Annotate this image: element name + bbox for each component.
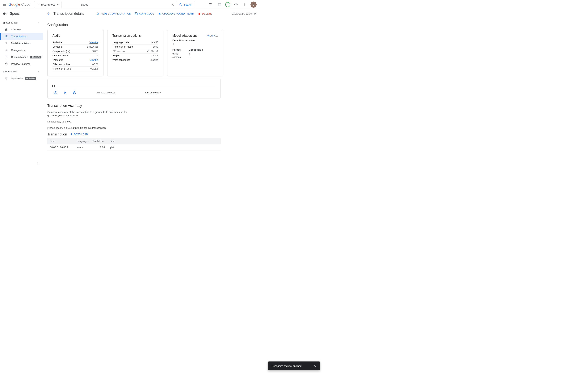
audio-track[interactable] bbox=[53, 84, 215, 88]
sidebar-item-synthesize[interactable]: Synthesize PREVIEW bbox=[0, 75, 43, 82]
adapt-row: daisy 5 bbox=[172, 52, 218, 55]
accuracy-none: No accuracy to show. bbox=[47, 120, 135, 123]
reuse-config-button[interactable]: REUSE CONFIGURATION bbox=[94, 9, 133, 18]
svg-text:5: 5 bbox=[55, 92, 56, 94]
custom-models-icon bbox=[4, 55, 8, 59]
cloud-shell-editor-icon[interactable] bbox=[208, 1, 214, 8]
svg-rect-17 bbox=[6, 77, 7, 80]
audio-card: Audio Audio fileView file EncodingLINEAR… bbox=[47, 30, 104, 76]
svg-point-14 bbox=[6, 56, 7, 57]
svg-rect-9 bbox=[6, 13, 7, 15]
view-audio-file-link[interactable]: View file bbox=[90, 41, 98, 44]
delete-button[interactable]: DELETE bbox=[196, 9, 214, 18]
default-boost-value: 4 bbox=[172, 43, 218, 45]
audio-card-title: Audio bbox=[52, 34, 98, 37]
upload-ground-truth-button[interactable]: UPLOAD GROUND TRUTH bbox=[156, 9, 196, 18]
copy-code-button[interactable]: COPY CODE bbox=[133, 9, 156, 18]
play-button[interactable] bbox=[63, 91, 67, 95]
options-card-title: Transcription options bbox=[112, 34, 158, 37]
topbar-right: 1 G bbox=[208, 1, 257, 8]
upload-icon bbox=[158, 12, 161, 15]
transcription-table: Time Language Confidence Text 00:00.0 - … bbox=[47, 138, 221, 151]
google-cloud-logo[interactable]: Google Cloud bbox=[8, 2, 30, 7]
search-bar: Search bbox=[79, 1, 195, 8]
notifications-badge[interactable]: 1 bbox=[225, 2, 230, 7]
back-button[interactable] bbox=[47, 12, 53, 16]
reuse-icon bbox=[96, 12, 99, 15]
sidebar-item-recognizers[interactable]: Recognizers bbox=[0, 47, 43, 54]
adaptations-card-title: Model adaptations bbox=[172, 34, 197, 37]
accuracy-desc: Compare accuracy of the transcription to… bbox=[47, 110, 135, 117]
forward-5-button[interactable]: 5 bbox=[72, 91, 77, 95]
svg-rect-10 bbox=[5, 42, 5, 43]
config-cards: Audio Audio fileView file EncodingLINEAR… bbox=[47, 30, 255, 76]
view-all-adaptations-link[interactable]: VIEW ALL bbox=[207, 35, 218, 37]
page-title: Transcription details bbox=[53, 12, 84, 16]
chevron-up-icon bbox=[36, 21, 40, 24]
page-bar: Transcription details REUSE CONFIGURATIO… bbox=[43, 9, 260, 18]
accuracy-heading: Transcription Accuracy bbox=[47, 104, 255, 108]
svg-rect-6 bbox=[3, 13, 4, 14]
search-icon bbox=[179, 3, 182, 6]
sidebar-item-preview-features[interactable]: Preview Features bbox=[0, 60, 43, 67]
home-icon bbox=[4, 28, 8, 31]
collapse-sidebar-icon[interactable] bbox=[35, 160, 41, 166]
sidebar-item-overview[interactable]: Overview bbox=[0, 26, 43, 33]
view-transcript-file-link[interactable]: View file bbox=[90, 59, 98, 61]
table-row: 00:00.0 - 00:00.4 en-us 0.96 plat bbox=[47, 144, 221, 151]
sidebar-product-header[interactable]: Speech bbox=[0, 9, 43, 18]
search-input[interactable] bbox=[79, 3, 169, 6]
svg-point-3 bbox=[245, 3, 245, 4]
trash-icon bbox=[198, 12, 201, 15]
cloud-shell-icon[interactable] bbox=[217, 1, 223, 8]
adaptations-icon bbox=[4, 42, 8, 45]
speech-icon bbox=[3, 12, 7, 16]
default-boost-label: Default boost value bbox=[172, 39, 218, 42]
accuracy-hint: Please specify a ground truth file for t… bbox=[47, 126, 135, 130]
svg-rect-11 bbox=[6, 42, 6, 43]
preview-chip: PREVIEW bbox=[25, 77, 36, 80]
svg-point-2 bbox=[37, 4, 37, 5]
download-button[interactable]: DOWNLOAD bbox=[70, 133, 88, 136]
audio-player: 5 5 00:00.0 / 00:00.6 test-audio.wav bbox=[47, 79, 221, 98]
adaptations-card: Model adaptations VIEW ALL Default boost… bbox=[167, 30, 223, 76]
sidebar: Speech Speech-to-Text Overview Transcrip… bbox=[0, 9, 43, 168]
page-timestamp: 03/20/2024, 12:36 PM bbox=[232, 12, 256, 15]
download-icon bbox=[70, 133, 73, 136]
svg-rect-8 bbox=[5, 13, 6, 14]
transcription-heading: Transcription bbox=[47, 132, 67, 136]
clear-search-icon[interactable] bbox=[169, 3, 176, 6]
svg-rect-12 bbox=[7, 42, 7, 44]
accuracy-section: Transcription Accuracy Compare accuracy … bbox=[47, 104, 255, 130]
main: Transcription details REUSE CONFIGURATIO… bbox=[43, 9, 260, 168]
avatar[interactable]: G bbox=[251, 1, 257, 8]
player-time: 00:00.0 / 00:00.6 bbox=[97, 91, 115, 94]
svg-text:5: 5 bbox=[74, 92, 75, 94]
rewind-5-button[interactable]: 5 bbox=[54, 91, 58, 95]
chevron-up-icon bbox=[36, 70, 40, 73]
track-thumb[interactable] bbox=[52, 85, 55, 87]
svg-point-5 bbox=[245, 5, 245, 6]
menu-icon[interactable] bbox=[1, 1, 8, 8]
svg-rect-7 bbox=[4, 12, 5, 15]
player-file: test-audio.wav bbox=[145, 91, 161, 94]
options-card: Transcription options Language codeen-US… bbox=[107, 30, 163, 76]
sidebar-item-custom-models[interactable]: Custom Models PREVIEW bbox=[0, 54, 43, 60]
svg-point-0 bbox=[37, 3, 37, 4]
help-icon[interactable] bbox=[233, 1, 239, 8]
svg-rect-18 bbox=[7, 77, 7, 79]
sidebar-section-stt[interactable]: Speech-to-Text bbox=[0, 18, 43, 26]
preview-chip: PREVIEW bbox=[30, 56, 41, 58]
svg-rect-16 bbox=[6, 77, 6, 79]
more-icon[interactable] bbox=[242, 1, 248, 8]
configuration-heading: Configuration bbox=[47, 23, 255, 27]
sidebar-item-transcriptions[interactable]: Transcriptions bbox=[0, 33, 43, 40]
svg-point-1 bbox=[38, 3, 38, 4]
copy-icon bbox=[135, 12, 138, 15]
caret-down-icon bbox=[56, 3, 59, 6]
search-button[interactable]: Search bbox=[176, 1, 195, 8]
sidebar-section-tts[interactable]: Text-to-Speech bbox=[0, 67, 43, 75]
transcriptions-icon bbox=[4, 35, 8, 38]
project-picker[interactable]: Test Project bbox=[34, 1, 62, 8]
sidebar-item-model-adaptations[interactable]: Model Adaptations bbox=[0, 40, 43, 47]
